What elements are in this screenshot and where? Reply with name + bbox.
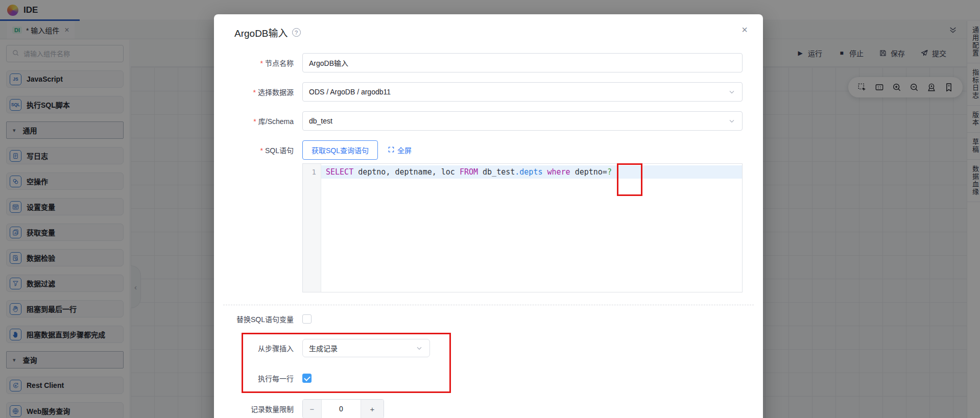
execute-each-row-row: 执行每一行 (214, 373, 763, 383)
section-divider (223, 305, 754, 305)
sql-editor[interactable]: 1 SELECT deptno, deptname, loc FROM db_t… (302, 163, 743, 292)
chevron-down-icon (728, 117, 736, 125)
stepper-plus-button[interactable]: + (361, 400, 384, 418)
node-name-row: *节点名称 (214, 53, 763, 72)
field-label-sql: *SQL语句 (214, 145, 294, 155)
record-limit-stepper: − 0 + (302, 399, 384, 418)
field-label-insert-from-step: 从步骤插入 (214, 343, 294, 353)
datasource-value: ODS / ArgoDB / argodb11 (309, 88, 391, 96)
replace-vars-row: 替换SQL语句变量 (214, 314, 763, 324)
datasource-select[interactable]: ODS / ArgoDB / argodb11 (302, 82, 743, 102)
field-label-execute-each-row: 执行每一行 (214, 373, 294, 383)
record-limit-value[interactable]: 0 (322, 400, 361, 418)
editor-gutter: 1 (303, 164, 321, 292)
modal-header: ArgoDB输入 ? (214, 14, 763, 39)
chevron-down-icon (415, 344, 423, 352)
get-sql-button[interactable]: 获取SQL查询语句 (302, 140, 378, 160)
insert-from-step-value: 生成记录 (309, 343, 338, 353)
field-label-record-limit: 记录数量限制 (214, 404, 294, 414)
schema-row: *库/Schema db_test (214, 111, 763, 131)
fullscreen-icon (388, 146, 395, 155)
schema-value: db_test (309, 117, 332, 125)
chevron-down-icon (728, 88, 736, 96)
help-icon[interactable]: ? (292, 28, 301, 37)
argodb-input-modal: ArgoDB输入 ? × *节点名称 *选择数据源 ODS / ArgoDB /… (214, 14, 763, 418)
editor-code-area[interactable]: SELECT deptno, deptname, loc FROM db_tes… (321, 164, 742, 292)
modal-form: *节点名称 *选择数据源 ODS / ArgoDB / argodb11 *库/… (214, 53, 763, 418)
execute-each-row-checkbox[interactable] (302, 374, 312, 383)
field-label-replace-vars: 替换SQL语句变量 (214, 314, 294, 324)
node-name-input[interactable] (302, 53, 743, 72)
replace-vars-checkbox[interactable] (302, 314, 312, 324)
fullscreen-link[interactable]: 全屏 (388, 145, 412, 155)
field-label-datasource: *选择数据源 (214, 87, 294, 97)
insert-from-step-row: 从步骤插入 生成记录 (214, 339, 763, 357)
sql-row: *SQL语句 获取SQL查询语句 全屏 (214, 140, 763, 160)
insert-from-step-select[interactable]: 生成记录 (302, 339, 430, 357)
sql-code-line: SELECT deptno, deptname, loc FROM db_tes… (321, 165, 742, 179)
modal-close-button[interactable]: × (742, 24, 748, 35)
modal-title: ArgoDB输入 (234, 26, 288, 39)
line-number: 1 (303, 165, 316, 179)
stepper-minus-button[interactable]: − (303, 400, 322, 418)
field-label-node-name: *节点名称 (214, 58, 294, 68)
record-limit-row: 记录数量限制 − 0 + (214, 399, 763, 418)
field-label-schema: *库/Schema (214, 116, 294, 126)
schema-select[interactable]: db_test (302, 111, 743, 131)
sql-editor-row: 1 SELECT deptno, deptname, loc FROM db_t… (302, 163, 763, 292)
datasource-row: *选择数据源 ODS / ArgoDB / argodb11 (214, 82, 763, 102)
